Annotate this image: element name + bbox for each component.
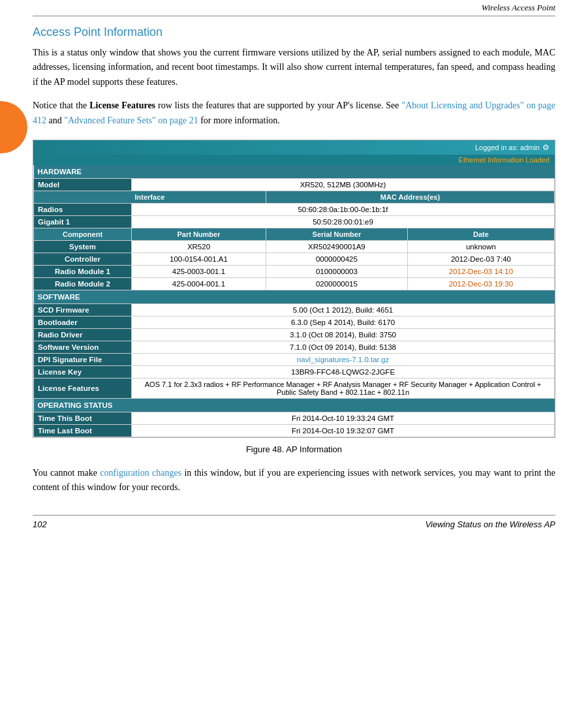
system-date: unknown — [407, 240, 554, 253]
page-footer: 102 Viewing Status on the Wireless AP — [33, 515, 555, 533]
system-label: System — [34, 240, 132, 253]
radio-driver-label: Radio Driver — [34, 328, 132, 341]
radios-row: Radios 50:60:28:0a:1b:00-0e:1b:1f — [34, 203, 555, 215]
controller-row: Controller 100-0154-001.A1 0000000425 20… — [34, 253, 555, 265]
interface-col-label: Interface — [34, 191, 266, 203]
paragraph-2: Notice that the License Features row lis… — [33, 99, 555, 128]
bootloader-row: Bootloader 6.3.0 (Sep 4 2014), Build: 61… — [34, 316, 555, 328]
part-number-col: Part Number — [132, 228, 266, 240]
radio-module1-date: 2012-Dec-03 14:10 — [407, 265, 554, 277]
license-features-label: License Features — [34, 378, 132, 398]
bootloader-label: Bootloader — [34, 316, 132, 328]
ap-sub-header: Ethernet Information Loaded — [33, 155, 555, 165]
header-title: Wireless Access Point — [482, 3, 555, 12]
section-title: Access Point Information — [33, 25, 555, 39]
component-col: Component — [34, 228, 132, 240]
footer-section-title: Viewing Status on the Wireless AP — [426, 519, 555, 529]
login-info: Logged in as: admin — [475, 144, 540, 151]
model-value: XR520, 512MB (300MHz) — [132, 178, 555, 191]
dpi-signature-value: navl_signatures-7.1.0.tar.gz — [132, 353, 555, 365]
radios-label: Radios — [34, 203, 132, 215]
gigabit1-label: Gigabit 1 — [34, 215, 132, 228]
operating-section-row: OPERATING STATUS — [34, 398, 555, 412]
software-label: SOFTWARE — [34, 290, 555, 303]
license-features-row: License Features AOS 7.1 for 2.3x3 radio… — [34, 378, 555, 398]
date-col: Date — [407, 228, 554, 240]
controller-label: Controller — [34, 253, 132, 265]
hardware-label: HARDWARE — [34, 165, 555, 179]
license-features-bold: License Features — [89, 101, 155, 110]
radio-module2-part: 425-0004-001.1 — [132, 277, 266, 290]
software-version-value: 7.1.0 (Oct 09 2014), Build: 5138 — [132, 341, 555, 353]
radio-module2-date: 2012-Dec-03 19:30 — [407, 277, 554, 290]
radio-module2-row: Radio Module 2 425-0004-001.1 0200000015… — [34, 277, 555, 290]
radio-driver-row: Radio Driver 3.1.0 (Oct 08 2014), Build:… — [34, 328, 555, 341]
gear-icon: ⚙ — [542, 143, 549, 152]
software-version-row: Software Version 7.1.0 (Oct 09 2014), Bu… — [34, 341, 555, 353]
radio-module2-serial: 0200000015 — [266, 277, 407, 290]
radio-driver-value: 3.1.0 (Oct 08 2014), Build: 3750 — [132, 328, 555, 341]
time-last-boot-label: Time Last Boot — [34, 424, 132, 437]
ap-info-screenshot: Logged in as: admin ⚙ Ethernet Informati… — [33, 140, 555, 438]
paragraph-1: This is a status only window that shows … — [33, 46, 555, 89]
radio-module2-label: Radio Module 2 — [34, 277, 132, 290]
figure-caption: Figure 48. AP Information — [33, 444, 555, 454]
controller-part: 100-0154-001.A1 — [132, 253, 266, 265]
system-row: System XR520 XR502490001A9 unknown — [34, 240, 555, 253]
time-last-boot-row: Time Last Boot Fri 2014-Oct-10 19:32:07 … — [34, 424, 555, 437]
license-key-value: 13BR9-FFC48-LQWG2-2JGFE — [132, 365, 555, 378]
operating-label: OPERATING STATUS — [34, 398, 555, 412]
time-this-boot-label: Time This Boot — [34, 412, 132, 424]
radios-value: 50:60:28:0a:1b:00-0e:1b:1f — [132, 203, 555, 215]
dpi-signature-label: DPI Signature File — [34, 353, 132, 365]
scd-firmware-value: 5.00 (Oct 1 2012), Build: 4651 — [132, 303, 555, 316]
controller-serial: 0000000425 — [266, 253, 407, 265]
hardware-section-row: HARDWARE — [34, 165, 555, 179]
license-features-value: AOS 7.1 for 2.3x3 radios + RF Performanc… — [132, 378, 555, 398]
component-header-row: Component Part Number Serial Number Date — [34, 228, 555, 240]
time-this-boot-value: Fri 2014-Oct-10 19:33:24 GMT — [132, 412, 555, 424]
system-part: XR520 — [132, 240, 266, 253]
license-key-row: License Key 13BR9-FFC48-LQWG2-2JGFE — [34, 365, 555, 378]
gigabit1-value: 50:50:28:00:01:e9 — [132, 215, 555, 228]
page-header: Wireless Access Point — [33, 0, 555, 16]
model-row: Model XR520, 512MB (300MHz) — [34, 178, 555, 191]
software-version-label: Software Version — [34, 341, 132, 353]
radio-module1-row: Radio Module 1 425-0003-001.1 0100000003… — [34, 265, 555, 277]
serial-number-col: Serial Number — [266, 228, 407, 240]
system-serial: XR502490001A9 — [266, 240, 407, 253]
radio-module1-label: Radio Module 1 — [34, 265, 132, 277]
license-key-label: License Key — [34, 365, 132, 378]
radio-module1-serial: 0100000003 — [266, 265, 407, 277]
time-this-boot-row: Time This Boot Fri 2014-Oct-10 19:33:24 … — [34, 412, 555, 424]
dpi-signature-row: DPI Signature File navl_signatures-7.1.0… — [34, 353, 555, 365]
software-section-row: SOFTWARE — [34, 290, 555, 303]
model-label: Model — [34, 178, 132, 191]
time-last-boot-value: Fri 2014-Oct-10 19:32:07 GMT — [132, 424, 555, 437]
ap-info-table: HARDWARE Model XR520, 512MB (300MHz) Int… — [33, 165, 555, 437]
mac-col-label: MAC Address(es) — [266, 191, 554, 203]
link-configuration-changes[interactable]: configuration changes — [100, 468, 181, 478]
scd-firmware-row: SCD Firmware 5.00 (Oct 1 2012), Build: 4… — [34, 303, 555, 316]
paragraph-3: You cannot make configuration changes in… — [33, 466, 555, 495]
footer-page-number: 102 — [33, 519, 47, 529]
radio-module1-part: 425-0003-001.1 — [132, 265, 266, 277]
gigabit1-row: Gigabit 1 50:50:28:00:01:e9 — [34, 215, 555, 228]
link-advanced-features[interactable]: "Advanced Feature Sets" on page 21 — [64, 116, 198, 125]
interface-mac-header: Interface MAC Address(es) — [34, 191, 555, 203]
scd-firmware-label: SCD Firmware — [34, 303, 132, 316]
bootloader-value: 6.3.0 (Sep 4 2014), Build: 6170 — [132, 316, 555, 328]
controller-date: 2012-Dec-03 7:40 — [407, 253, 554, 265]
ap-header-bar: Logged in as: admin ⚙ — [33, 140, 555, 155]
